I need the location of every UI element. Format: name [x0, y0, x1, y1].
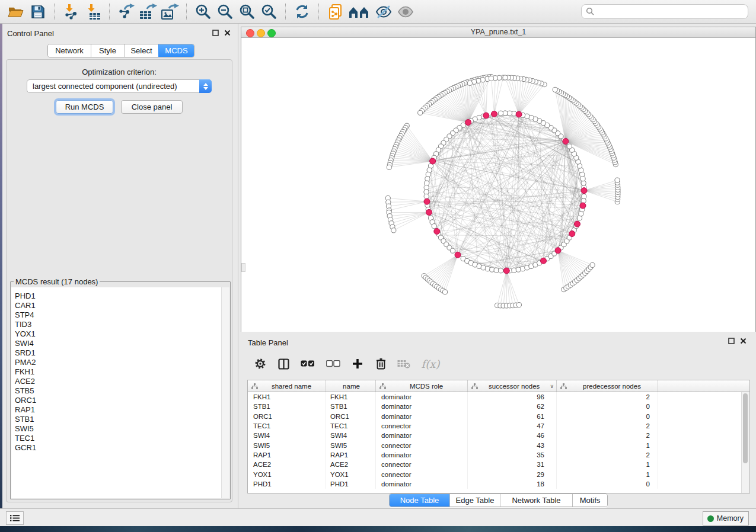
network-node[interactable] [582, 194, 586, 198]
settings-gear-icon[interactable] [254, 357, 267, 370]
tab-style[interactable]: Style [91, 44, 124, 57]
mcds-result-item[interactable]: PHD1 [11, 291, 229, 301]
export-network-icon[interactable] [116, 2, 136, 22]
table-scrollbar-thumb[interactable] [743, 393, 748, 463]
task-history-button[interactable] [6, 511, 24, 525]
mcds-hub-node[interactable] [483, 113, 489, 118]
table-cell[interactable]: 62 [468, 402, 557, 411]
table-cell[interactable]: 31 [468, 460, 557, 469]
tab-network-table[interactable]: Network Table [500, 494, 572, 507]
show-all-icon[interactable] [395, 2, 415, 22]
network-leaf-node[interactable] [590, 262, 595, 267]
mcds-result-item[interactable]: SWI4 [11, 339, 229, 348]
mcds-hub-node[interactable] [492, 111, 497, 117]
mcds-result-item[interactable]: STB1 [11, 415, 229, 424]
tab-motifs[interactable]: Motifs [572, 494, 607, 507]
table-cell[interactable]: dominator [376, 450, 468, 460]
mcds-list-scrollbar[interactable] [221, 287, 229, 498]
table-cell[interactable]: TEC1 [326, 421, 376, 431]
run-mcds-button[interactable]: Run MCDS [56, 100, 113, 114]
table-cell[interactable]: SWI4 [248, 431, 326, 440]
network-node[interactable] [432, 224, 436, 229]
tab-node-table[interactable]: Node Table [390, 494, 449, 507]
table-scrollbar[interactable] [741, 392, 749, 493]
import-table-icon[interactable] [83, 2, 103, 22]
new-network-from-selection-icon[interactable] [326, 2, 345, 22]
table-cell[interactable]: FKH1 [326, 392, 376, 402]
network-node[interactable] [507, 111, 512, 116]
table-cell[interactable]: 18 [468, 479, 557, 489]
mcds-hub-node[interactable] [430, 158, 436, 164]
zoom-in-icon[interactable] [193, 2, 213, 22]
table-row[interactable]: RAP1RAP1dominator352 [248, 450, 749, 460]
hide-selected-icon[interactable] [374, 2, 393, 22]
table-cell[interactable]: dominator [376, 431, 468, 440]
table-cell[interactable]: STB1 [326, 402, 376, 411]
tab-network[interactable]: Network [48, 44, 91, 57]
mcds-result-item[interactable]: RAP1 [11, 405, 229, 415]
mcds-result-list[interactable]: PHD1CAR1STP4TID3YOX1SWI4SRD1PMA2FKH1ACE2… [11, 287, 229, 498]
table-cell[interactable]: 0 [557, 412, 658, 421]
optimization-criterion-select[interactable]: largest connected component (undirected) [27, 79, 212, 93]
table-cell[interactable]: 1 [557, 440, 658, 450]
apply-layout-icon[interactable] [292, 2, 312, 22]
add-icon[interactable] [351, 357, 364, 370]
table-row[interactable]: PHD1PHD1dominator180 [248, 479, 749, 489]
mcds-hub-node[interactable] [424, 198, 430, 204]
table-cell[interactable]: PHD1 [248, 479, 326, 489]
mcds-hub-node[interactable] [426, 209, 432, 215]
network-leaf-node[interactable] [418, 110, 423, 115]
table-cell[interactable]: 96 [468, 392, 557, 402]
network-node[interactable] [580, 177, 585, 181]
network-node[interactable] [516, 267, 521, 272]
table-cell[interactable]: 1 [557, 469, 658, 479]
table-cell[interactable]: dominator [376, 402, 468, 411]
table-cell[interactable]: YOX1 [248, 469, 326, 479]
mcds-result-item[interactable]: GCR1 [11, 443, 229, 453]
mcds-result-item[interactable]: ACE2 [11, 377, 229, 386]
table-row[interactable]: SWI4SWI4dominator462 [248, 431, 749, 440]
table-cell[interactable]: 43 [468, 440, 557, 450]
table-cell[interactable]: SWI5 [326, 440, 376, 450]
mcds-hub-node[interactable] [465, 120, 471, 126]
network-leaf-node[interactable] [489, 76, 493, 81]
column-visibility-icon[interactable] [277, 357, 290, 370]
network-leaf-node[interactable] [516, 303, 521, 307]
column-header-name[interactable]: name [326, 380, 376, 392]
column-header-successor-nodes[interactable]: successor nodes∨ [468, 380, 557, 392]
column-header-shared-name[interactable]: shared name [248, 380, 326, 392]
network-leaf-node[interactable] [467, 81, 472, 85]
mcds-result-item[interactable]: SWI5 [11, 424, 229, 434]
mcds-result-item[interactable]: TID3 [11, 320, 229, 329]
table-cell[interactable]: 35 [468, 450, 557, 460]
close-panel-button[interactable]: Close panel [121, 100, 183, 114]
table-cell[interactable]: connector [376, 421, 468, 431]
network-node[interactable] [490, 267, 495, 272]
table-cell[interactable]: 0 [557, 402, 658, 411]
mcds-result-item[interactable]: STB5 [11, 386, 229, 396]
table-row[interactable]: ORC1ORC1dominator610 [248, 412, 749, 421]
float-window-icon[interactable] [212, 30, 219, 36]
table-cell[interactable]: connector [376, 460, 468, 469]
table-cell[interactable]: RAP1 [248, 450, 326, 460]
close-panel-icon[interactable] [224, 30, 231, 36]
mcds-result-item[interactable]: YOX1 [11, 329, 229, 339]
table-cell[interactable]: 1 [557, 460, 658, 469]
zoom-fit-icon[interactable] [237, 2, 257, 22]
mcds-hub-node[interactable] [569, 231, 575, 237]
mcds-hub-node[interactable] [575, 221, 580, 227]
table-cell[interactable]: 2 [557, 392, 658, 402]
table-cell[interactable]: 29 [468, 469, 557, 479]
mcds-result-item[interactable]: SRD1 [11, 348, 229, 358]
tab-mcds[interactable]: MCDS [158, 44, 194, 57]
network-leaf-node[interactable] [387, 165, 391, 169]
network-window-titlebar[interactable]: YPA_prune.txt_1 [241, 27, 755, 38]
network-leaf-node[interactable] [553, 87, 557, 92]
table-row[interactable]: SWI5SWI5connector431 [248, 440, 749, 450]
table-row[interactable]: TEC1TEC1connector472 [248, 421, 749, 431]
table-cell[interactable]: connector [376, 440, 468, 450]
mcds-result-item[interactable]: PMA2 [11, 358, 229, 367]
table-cell[interactable]: 61 [468, 412, 557, 421]
network-node[interactable] [512, 268, 516, 273]
save-session-icon[interactable] [28, 2, 47, 22]
